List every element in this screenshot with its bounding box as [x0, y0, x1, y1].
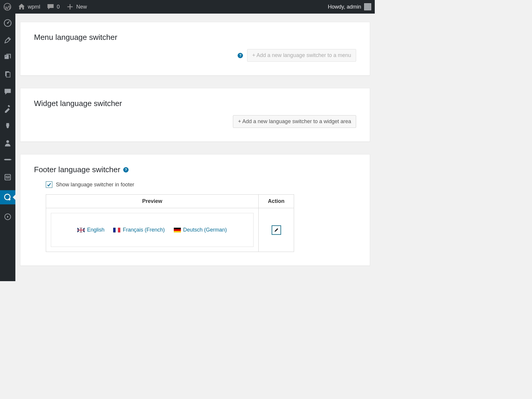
greeting-text: Howdy, admin [328, 4, 361, 10]
svg-point-7 [6, 140, 9, 143]
wpml-icon [4, 193, 12, 201]
table-row: English Français (French) Deutsch (Germa… [46, 208, 294, 252]
lang-german[interactable]: Deutsch (German) [174, 227, 227, 233]
edit-button[interactable] [272, 225, 281, 235]
plugins-icon[interactable] [4, 122, 12, 130]
lang-label: English [87, 227, 104, 233]
comments-link[interactable]: 0 [47, 3, 60, 11]
footer-switcher-title: Footer language switcher ? [34, 165, 356, 174]
pages-icon[interactable] [4, 70, 12, 79]
lang-english[interactable]: English [77, 227, 104, 233]
svg-point-11 [9, 176, 9, 177]
col-preview: Preview [46, 195, 259, 208]
comment-icon [47, 3, 54, 11]
plus-icon [66, 3, 74, 11]
new-label: New [76, 4, 87, 10]
collapse-icon[interactable] [4, 213, 11, 220]
svg-rect-3 [5, 55, 9, 59]
posts-icon[interactable] [4, 36, 12, 44]
flag-en-icon [77, 228, 85, 232]
tools-icon[interactable] [4, 156, 12, 164]
site-name: wpml [28, 4, 40, 10]
flag-fr-icon [113, 228, 120, 232]
main-content: Menu language switcher ? + Add a new lan… [15, 14, 375, 281]
media-icon[interactable] [4, 53, 12, 61]
svg-rect-6 [6, 72, 10, 77]
show-footer-label: Show language switcher in footer [56, 182, 134, 188]
settings-icon[interactable] [4, 173, 12, 181]
menu-switcher-actions: ? + Add a new language switcher to a men… [34, 49, 356, 62]
admin-sidebar [0, 14, 15, 281]
menu-switcher-title: Menu language switcher [34, 33, 356, 42]
svg-point-2 [7, 22, 9, 24]
menu-switcher-panel: Menu language switcher ? + Add a new lan… [20, 22, 370, 76]
help-icon[interactable]: ? [238, 53, 243, 58]
home-icon [18, 3, 25, 11]
comments-count: 0 [57, 4, 60, 10]
help-icon[interactable]: ? [123, 167, 129, 172]
footer-switcher-title-text: Footer language switcher [34, 165, 120, 174]
comments-icon[interactable] [4, 87, 12, 96]
svg-point-10 [7, 177, 8, 179]
flag-de-icon [174, 228, 181, 232]
language-preview: English Français (French) Deutsch (Germa… [51, 213, 254, 247]
show-footer-checkbox-row: Show language switcher in footer [46, 181, 356, 188]
lang-label: Français (French) [123, 227, 165, 233]
new-content-link[interactable]: New [66, 3, 87, 11]
users-icon[interactable] [4, 139, 12, 147]
add-menu-switcher-button[interactable]: + Add a new language switcher to a menu [247, 49, 356, 62]
admin-bar-left: wpml 0 New [4, 3, 87, 11]
avatar [364, 3, 371, 10]
col-action: Action [259, 195, 294, 208]
show-footer-checkbox[interactable] [46, 181, 52, 188]
svg-point-4 [6, 56, 7, 57]
admin-bar-right[interactable]: Howdy, admin [328, 3, 371, 10]
footer-switcher-table: Preview Action English [46, 194, 294, 252]
svg-point-13 [8, 198, 10, 201]
svg-point-9 [6, 176, 7, 177]
lang-french[interactable]: Français (French) [113, 227, 165, 233]
check-icon [46, 182, 52, 187]
widget-switcher-title: Widget language switcher [34, 99, 356, 108]
widget-switcher-actions: + Add a new language switcher to a widge… [34, 115, 356, 128]
footer-switcher-panel: Footer language switcher ? Show language… [20, 154, 370, 266]
wordpress-icon [4, 3, 11, 11]
widget-switcher-panel: Widget language switcher + Add a new lan… [20, 88, 370, 142]
site-link[interactable]: wpml [18, 3, 40, 11]
lang-label: Deutsch (German) [183, 227, 227, 233]
appearance-icon[interactable] [4, 105, 12, 113]
pencil-icon [274, 227, 279, 233]
dashboard-icon[interactable] [4, 19, 12, 27]
admin-bar: wpml 0 New Howdy, admin [0, 0, 375, 14]
wordpress-logo[interactable] [4, 3, 11, 11]
add-widget-switcher-button[interactable]: + Add a new language switcher to a widge… [233, 115, 356, 128]
sidebar-item-wpml[interactable] [0, 190, 15, 204]
